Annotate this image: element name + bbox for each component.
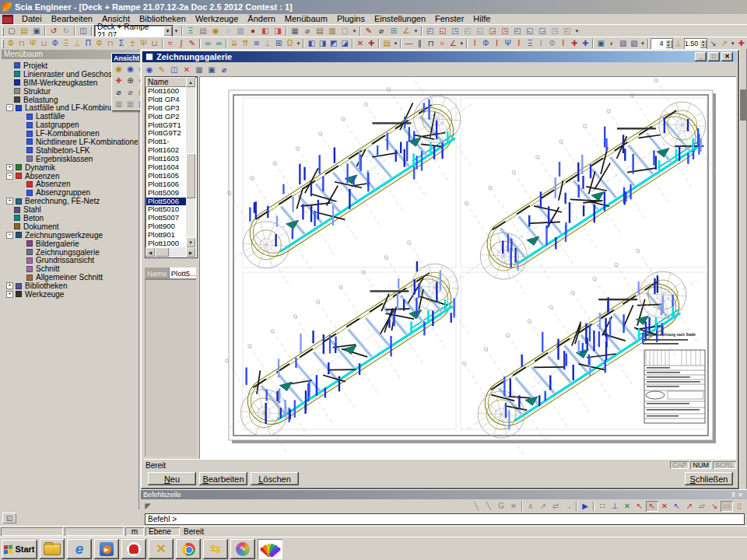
measure-icon[interactable]: ∠ [400,26,412,37]
menu-bearbeiten[interactable]: Bearbeiten [47,14,97,24]
view-5-icon[interactable]: ◱ [474,26,486,37]
list-item[interactable]: Plott5009 [146,189,187,198]
col-7-icon[interactable]: ⊥ [72,38,82,49]
list-column-header[interactable]: Name [146,77,188,87]
dock-b-icon[interactable]: ▯ [733,501,745,512]
internet-explorer-taskbar-button[interactable]: e [67,539,92,559]
member-9-icon[interactable]: Ι [558,38,569,49]
collapse-icon[interactable]: − [6,104,13,111]
view-1-icon[interactable]: ◰ [424,26,437,37]
tree-item-beton[interactable]: Beton [2,214,138,222]
view-9-icon[interactable]: ◱ [524,26,536,37]
member-6-icon[interactable]: Ξ [524,38,535,49]
edit-geo-icon[interactable]: ✎ [187,38,198,49]
menu-menbaum[interactable]: Menübaum [280,14,332,24]
scia-engineer-taskbar-button[interactable] [258,539,282,559]
tree-item-dynamik[interactable]: +Dynamik [2,163,138,172]
edge-snap-icon[interactable]: ↗ [683,501,696,512]
window-b-icon[interactable]: ◨ [272,26,284,37]
preview-drawing-icon[interactable]: ⌀ [218,65,230,75]
view-3-icon[interactable]: ◳ [449,26,461,37]
tree-item-lastf-lle[interactable]: Lastfälle [2,112,138,121]
expand-icon[interactable]: + [6,164,13,171]
panel-3-icon[interactable]: ◩ [328,38,339,49]
spline-icon[interactable]: ∫ [176,38,187,49]
tree-item-absenzgruppen[interactable]: Absenzgruppen [2,188,138,197]
palette-icon[interactable]: ◐ [606,38,617,49]
load-3-icon[interactable]: ≋ [251,38,262,49]
tree-item-zeichnungsgalerie[interactable]: Zeichnungsgalerie [2,248,138,257]
col-5-icon[interactable]: Φ [50,38,61,49]
col-4-icon[interactable]: ⊔ [38,38,49,49]
col-11-icon[interactable]: Σ [116,38,127,49]
view-10-icon[interactable]: ◲ [536,26,549,37]
chrome-taskbar-button[interactable] [176,539,201,559]
view-12-icon[interactable]: ◰ [561,26,573,37]
tree-item-nichtlineare-lf-kombinationen[interactable]: Nichtlineare LF-Kombinationen [2,138,138,146]
hand-app-taskbar-button[interactable] [121,539,146,559]
member-2-icon[interactable]: Φ [480,38,491,49]
print-drawing-icon[interactable]: ▦ [193,65,205,75]
count-spinner[interactable]: 4▲▼ [651,38,673,50]
pin-icon[interactable]: ⊼ [731,492,738,499]
dock-a-icon[interactable]: ▭ [721,501,733,512]
tree-item-schnitt[interactable]: Schnitt [2,264,138,273]
tree-item-dokument[interactable]: Dokument [2,222,138,231]
col-8-icon[interactable]: Π [82,38,93,49]
print-icon[interactable]: ▦ [289,26,301,37]
compare-app-taskbar-button[interactable]: ⇆ [203,539,228,559]
overflow-chevron-icon[interactable]: ▼ [295,38,301,49]
snap-6-icon[interactable]: ↗ [537,501,549,512]
collapse-icon[interactable]: − [6,232,13,239]
load-4-icon[interactable]: ⊥ [262,38,273,49]
print-a-icon[interactable]: ▦ [113,98,124,110]
member-11-icon[interactable]: ✚ [580,38,591,49]
snap-1-icon[interactable]: ╲ [470,501,482,512]
combo-arrow-icon[interactable]: ▼ [163,26,172,36]
command-line-dock-tab[interactable]: ◱ [2,513,16,523]
tree-item-lastgruppen[interactable]: Lastgruppen [2,121,138,129]
axis-icon[interactable]: ⊥ [673,38,684,49]
delete-button[interactable]: Löschen [251,472,299,485]
member-8-icon[interactable]: Φ [547,38,558,49]
snap-g-icon[interactable]: G [495,501,507,512]
zoom-window-icon[interactable]: ⌀ [113,86,124,98]
select-cursor-icon[interactable]: ◤ [142,501,154,512]
edit-drawing-icon[interactable]: ✎ [156,65,168,75]
perp-snap-icon[interactable]: ⊥ [608,501,621,512]
overflow-chevron-icon[interactable]: ▼ [392,38,398,49]
load-6-icon[interactable]: Ω [284,38,295,49]
redline-icon[interactable]: ✎ [363,26,375,37]
intersect-snap-icon[interactable]: ✕ [621,501,633,512]
overflow-chevron-icon[interactable]: ▼ [173,26,180,37]
camera-1-icon[interactable]: ◉ [113,63,124,75]
save-view-icon[interactable]: ▣ [595,38,606,49]
paint-app-taskbar-button[interactable]: ✎ [230,539,255,559]
col-13-icon[interactable]: Ψ [138,38,149,49]
overflow-chevron-icon[interactable]: ▼ [458,38,465,49]
close-icon[interactable]: ✕ [738,492,745,499]
mid-snap-icon[interactable]: ↖ [646,501,658,512]
project-combo[interactable]: Deck + Rampe 21.07▼ [94,25,173,37]
insert-drawing-icon[interactable]: ◉ [143,65,156,75]
node-b-icon[interactable]: ∞ [213,38,224,49]
folder-window-taskbar-button[interactable] [40,539,65,559]
del-a-icon[interactable]: ✕ [355,38,366,49]
tree-item-ergebnisklassen[interactable]: Ergebnisklassen [2,155,138,163]
property-value[interactable]: Plott5... [170,268,196,279]
tree-item-berechnung-fe-netz[interactable]: +Berechnung, FE-Netz [2,197,138,205]
scale-a-icon[interactable]: ↘ [707,38,718,49]
save-drawing-icon[interactable]: ▣ [205,65,218,75]
panel-4-icon[interactable]: ◪ [339,38,350,49]
zoom-fit-icon[interactable]: ⌀ [124,86,136,98]
project-data-icon[interactable]: Ξ [184,26,197,37]
expand-icon[interactable]: + [6,291,13,298]
vertical-scrollbar-thumb[interactable] [186,153,195,198]
col-6-icon[interactable]: Ξ [61,38,72,49]
axes-icon[interactable]: ✚ [113,75,124,86]
panel-2-icon[interactable]: ◨ [317,38,328,49]
member-10-icon[interactable]: ✚ [569,38,580,49]
tree-item-zeichnungswerkzeuge[interactable]: −Zeichnungswerkzeuge [2,231,138,240]
col-9-icon[interactable]: Φ [93,38,104,49]
zoom-window-icon[interactable]: ⌀ [375,26,388,37]
